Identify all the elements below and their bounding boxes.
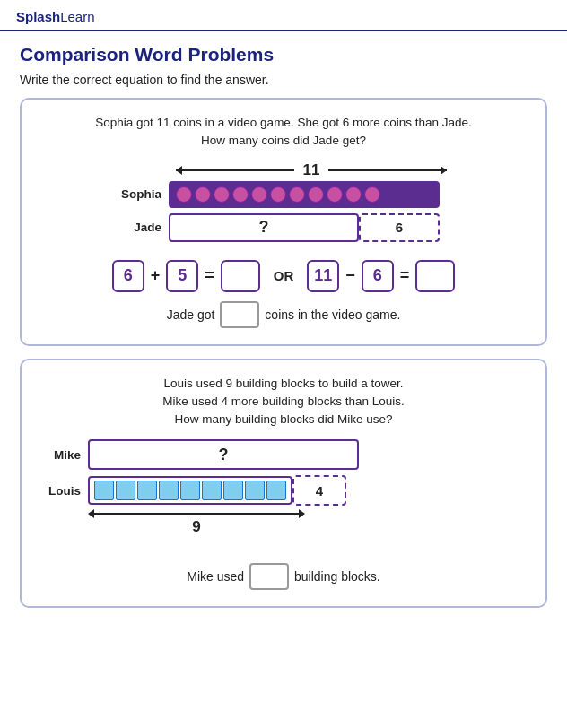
eq2-op: −	[345, 266, 355, 285]
mike-bar[interactable]: ?	[88, 439, 359, 470]
block-cube	[245, 481, 265, 500]
completion-suffix2: building blocks.	[294, 569, 380, 584]
bar-diagram1: Sophia Jade	[38, 181, 529, 247]
eq1-num1: 6	[112, 260, 144, 292]
eq2-answer[interactable]	[415, 260, 455, 292]
jade-row: Jade ? 6	[113, 213, 454, 242]
logo-learn: Learn	[60, 9, 94, 24]
completion-row1: Jade got coins in the video game.	[38, 301, 529, 328]
page-title: Comparison Word Problems	[20, 44, 547, 65]
problem1-text: Sophia got 11 coins in a video game. She…	[38, 114, 529, 151]
dot	[251, 186, 267, 203]
sophia-row: Sophia	[113, 181, 454, 208]
block-cube	[223, 481, 243, 500]
dot	[327, 186, 343, 203]
louis-label: Louis	[38, 484, 88, 498]
dot	[270, 186, 286, 203]
eq1-num2: 5	[166, 260, 198, 292]
dot	[308, 186, 324, 203]
dot	[345, 186, 362, 203]
completion-prefix2: Mike used	[187, 569, 244, 584]
header: SplashLearn	[0, 0, 567, 31]
block-cube	[266, 481, 286, 500]
main-content: Comparison Word Problems Write the corre…	[0, 31, 567, 633]
logo-splash: Splash	[16, 9, 60, 24]
block-cube	[94, 481, 114, 500]
dot	[195, 186, 211, 203]
block-cube	[180, 481, 200, 500]
block-cube	[202, 481, 222, 500]
eq2-num1: 11	[307, 260, 339, 292]
problem2-box: Louis used 9 building blocks to build a …	[20, 359, 547, 609]
jade-label: Jade	[113, 221, 169, 234]
jade-bar-wrapper: ? 6	[169, 213, 440, 242]
jade-question-box[interactable]: ?	[169, 213, 359, 242]
dot	[214, 186, 230, 203]
eq2-eq: =	[400, 266, 410, 285]
blocks-diagram: Mike ? Louis	[38, 439, 529, 536]
eq1-eq: =	[205, 266, 214, 285]
mike-row: Mike ?	[38, 439, 359, 470]
completion-prefix1: Jade got	[167, 308, 215, 322]
block-cube	[137, 481, 157, 500]
louis-row: Louis 4	[38, 475, 346, 506]
dot	[289, 186, 305, 203]
dot	[176, 186, 192, 203]
completion-suffix1: coins in the video game.	[265, 308, 400, 322]
equation-area: 6 + 5 = OR 11 − 6 =	[38, 260, 529, 292]
problem2-text: Louis used 9 building blocks to build a …	[38, 375, 529, 429]
sophia-number: 11	[294, 161, 329, 179]
nine-label: 9	[192, 518, 200, 535]
completion-answer1[interactable]	[220, 301, 259, 328]
jade-six-box: 6	[359, 213, 440, 242]
block-cube	[159, 481, 179, 500]
or-label: OR	[274, 268, 294, 283]
mike-label: Mike	[38, 448, 88, 462]
instruction: Write the correct equation to find the a…	[20, 73, 547, 87]
completion-row2: Mike used building blocks.	[38, 563, 529, 590]
eq1-op: +	[151, 266, 161, 285]
problem1-box: Sophia got 11 coins in a video game. She…	[20, 98, 547, 346]
sophia-bar	[169, 181, 440, 208]
completion-answer2[interactable]	[249, 563, 289, 590]
dot	[364, 186, 380, 203]
eq1-answer[interactable]	[221, 260, 260, 292]
dot	[232, 186, 249, 203]
eq2-num2: 6	[362, 260, 394, 292]
logo: SplashLearn	[16, 9, 551, 24]
block-cube	[116, 481, 135, 500]
louis-blocks-box	[88, 476, 292, 505]
sophia-label: Sophia	[113, 187, 169, 201]
louis-four-box: 4	[292, 475, 346, 506]
